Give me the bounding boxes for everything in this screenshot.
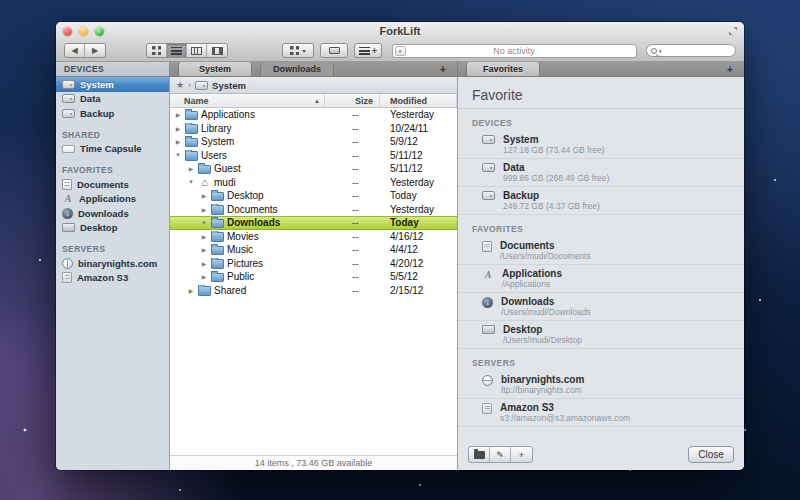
sidebar-item-documents[interactable]: Documents: [56, 177, 169, 192]
file-row-music[interactable]: ▶Music--4/4/12: [170, 243, 457, 257]
history-nav: ◀ ▶: [64, 43, 106, 58]
file-row-users[interactable]: ▼Users--5/11/12: [170, 149, 457, 163]
expand-triangle-icon[interactable]: ▶: [200, 192, 208, 199]
forward-icon: ▶: [92, 46, 98, 55]
sidebar-item-time-capsule[interactable]: Time Capsule: [56, 142, 169, 157]
expand-triangle-icon[interactable]: ▶: [200, 233, 208, 240]
left-pane-tabs: SystemDownloads+: [170, 62, 458, 76]
expand-triangle-icon[interactable]: ▶: [174, 138, 182, 145]
favorite-item-binarynights-com[interactable]: binarynights.comftp://binarynights.com: [458, 371, 744, 399]
tab-favorites[interactable]: Favorites: [466, 62, 540, 76]
tab-downloads[interactable]: Downloads: [260, 62, 334, 76]
expand-triangle-icon[interactable]: ▶: [200, 246, 208, 253]
file-row-library[interactable]: ▶Library--10/24/11: [170, 122, 457, 136]
file-row-movies[interactable]: ▶Movies--4/16/12: [170, 230, 457, 244]
file-row-system[interactable]: ▶System--5/9/12: [170, 135, 457, 149]
expand-triangle-icon[interactable]: ▶: [187, 287, 195, 294]
sidebar-item-amazon-s3[interactable]: Amazon S3: [56, 271, 169, 286]
sidebar-item-system[interactable]: System: [56, 77, 169, 92]
file-modified-cell: 5/11/12: [380, 163, 457, 174]
favorite-item-data[interactable]: Data999.86 GB (268.49 GB free): [458, 159, 744, 187]
toolbar: ◀ ▶ ▾ + ▾ No activity: [56, 40, 744, 62]
expand-triangle-icon[interactable]: ▶: [200, 273, 208, 280]
favorite-item-amazon-s3[interactable]: Amazon S3s3://amazon@s3.amazonaws.com: [458, 399, 744, 427]
edit-favorite-button[interactable]: ✎: [490, 447, 511, 462]
file-row-shared[interactable]: ▶Shared--2/15/12: [170, 284, 457, 298]
file-row-downloads[interactable]: ▼Downloads--Today: [170, 216, 457, 230]
expand-triangle-icon[interactable]: ▶: [174, 111, 182, 118]
path-bar[interactable]: ★ › System: [170, 77, 457, 94]
sidebar-item-desktop[interactable]: Desktop: [56, 221, 169, 236]
sidebar-item-binarynights-com[interactable]: binarynights.com: [56, 256, 169, 271]
column-view-button[interactable]: [187, 44, 207, 57]
window-title: ForkLift: [56, 25, 744, 37]
file-modified-cell: Today: [380, 190, 457, 201]
collapse-triangle-icon[interactable]: ▼: [187, 179, 195, 185]
left-new-tab-button[interactable]: +: [435, 62, 451, 76]
search-icon: [651, 48, 657, 54]
window-titlebar[interactable]: ForkLift: [56, 22, 744, 40]
favorite-item-name: Data: [503, 162, 609, 173]
favorite-item-detail: /Users/mudi/Documents: [500, 251, 591, 261]
favorite-item-system[interactable]: System127.18 GB (73.44 GB free): [458, 131, 744, 159]
back-button[interactable]: ◀: [65, 44, 85, 57]
file-size-cell: --: [325, 258, 380, 269]
sidebar-item-data[interactable]: Data: [56, 92, 169, 107]
favorite-item-desktop[interactable]: Desktop/Users/mudi/Desktop: [458, 321, 744, 349]
column-header-modified[interactable]: Modified: [380, 94, 457, 107]
search-input[interactable]: [664, 46, 724, 56]
file-name-cell: ▶Movies: [170, 231, 325, 242]
collapse-triangle-icon[interactable]: ▼: [174, 152, 182, 158]
sync-devices-button[interactable]: [320, 43, 348, 58]
folder-icon: [185, 124, 198, 134]
folder-icon: [211, 246, 224, 256]
arrange-icon: [290, 46, 299, 55]
file-row-applications[interactable]: ▶Applications--Yesterday: [170, 108, 457, 122]
close-button[interactable]: Close: [688, 446, 734, 463]
sidebar-item-backup[interactable]: Backup: [56, 106, 169, 121]
expand-triangle-icon[interactable]: ▶: [200, 260, 208, 267]
file-row-pictures[interactable]: ▶Pictures--4/20/12: [170, 257, 457, 271]
modified-column-label: Modified: [390, 96, 427, 106]
sidebar-item-label: Desktop: [80, 222, 117, 233]
favorite-item-downloads[interactable]: Downloads/Users/mudi/Downloads: [458, 293, 744, 321]
downloads-icon: [482, 297, 493, 308]
icon-view-button[interactable]: [147, 44, 167, 57]
file-row-documents[interactable]: ▶Documents--Yesterday: [170, 203, 457, 217]
favorite-star-icon[interactable]: ★: [176, 80, 184, 90]
add-transfer-button[interactable]: +: [354, 43, 382, 58]
expand-triangle-icon[interactable]: ▶: [187, 165, 195, 172]
arrange-dropdown-button[interactable]: ▾: [282, 43, 314, 58]
coverflow-view-button[interactable]: [207, 44, 227, 57]
add-favorite-button[interactable]: +: [511, 447, 532, 462]
column-view-icon: [191, 47, 202, 55]
favorite-item-documents[interactable]: Documents/Users/mudi/Documents: [458, 237, 744, 265]
file-row-mudi[interactable]: ▼mudi--Yesterday: [170, 176, 457, 190]
drive-icon: [62, 80, 75, 89]
sidebar-item-applications[interactable]: Applications: [56, 192, 169, 207]
file-name-label: Downloads: [227, 217, 280, 228]
file-name-label: System: [201, 136, 234, 147]
right-new-tab-button[interactable]: +: [722, 62, 738, 76]
activity-bar[interactable]: ▾ No activity: [392, 44, 637, 58]
expand-triangle-icon[interactable]: ▶: [200, 206, 208, 213]
search-field[interactable]: ▾: [646, 44, 736, 57]
expand-triangle-icon[interactable]: ▶: [174, 125, 182, 132]
favorites-pane: Favorite DEVICESSystem127.18 GB (73.44 G…: [458, 77, 744, 470]
favorite-item-backup[interactable]: Backup249.72 GB (4.37 GB free): [458, 187, 744, 215]
file-row-guest[interactable]: ▶Guest--5/11/12: [170, 162, 457, 176]
tab-system[interactable]: System: [178, 62, 252, 76]
file-row-desktop[interactable]: ▶Desktop--Today: [170, 189, 457, 203]
forward-button[interactable]: ▶: [85, 44, 105, 57]
sidebar-item-label: System: [80, 79, 114, 90]
list-view-button[interactable]: [167, 44, 187, 57]
favorite-item-applications[interactable]: Applications/Applications: [458, 265, 744, 293]
column-header-size[interactable]: Size: [325, 94, 380, 107]
column-header-name[interactable]: Name ▲: [170, 94, 325, 107]
collapse-triangle-icon[interactable]: ▼: [200, 220, 208, 226]
file-row-public[interactable]: ▶Public--5/5/12: [170, 270, 457, 284]
new-folder-button[interactable]: [469, 447, 490, 462]
favorites-footer: ✎ + Close: [458, 442, 744, 470]
sidebar-item-downloads[interactable]: Downloads: [56, 206, 169, 221]
fullscreen-icon[interactable]: [728, 26, 738, 36]
